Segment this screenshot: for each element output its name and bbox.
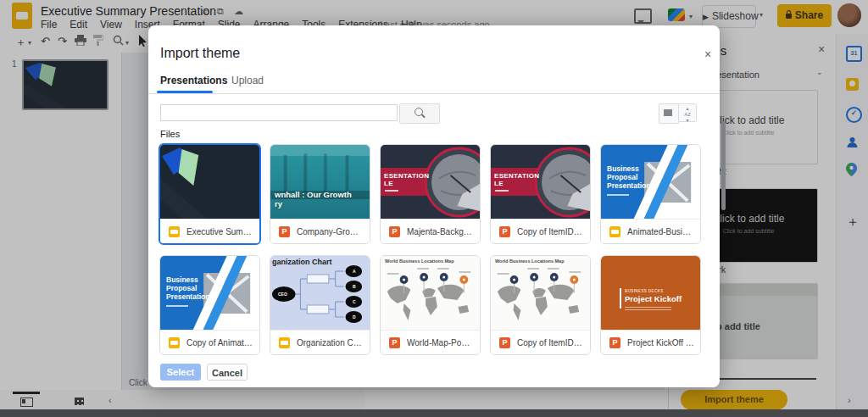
sort-az-icon: ▴AZ▾: [684, 106, 691, 123]
file-name-label: Majenta-Backgrou...: [407, 227, 480, 236]
theme-file-card[interactable]: wnhall : Our Growthry P Company-Growth-.…: [270, 144, 370, 244]
cancel-button[interactable]: Cancel: [207, 364, 248, 381]
file-name-label: Animated-Busines...: [627, 227, 700, 236]
tab-presentations[interactable]: Presentations: [160, 75, 227, 86]
powerpoint-file-icon: P: [499, 337, 510, 348]
theme-file-card[interactable]: ganization Chart CEOAB CD Organization C…: [270, 255, 370, 355]
file-name-label: Copy of ItemID-10...: [517, 227, 590, 236]
file-name-label: Project KickOff Pr...: [627, 338, 700, 348]
file-name-label: Copy of ItemID-12...: [517, 338, 590, 348]
file-name-label: World-Map-Power...: [407, 338, 480, 348]
import-theme-dialog: Import theme × Presentations Upload ▴AZ▾…: [148, 25, 720, 387]
list-view-toggle-button[interactable]: [659, 103, 679, 124]
powerpoint-file-icon: P: [389, 337, 400, 348]
slides-file-icon: [169, 337, 180, 348]
file-thumbnail: World Business Locations Map: [491, 256, 590, 332]
files-section-label: Files: [160, 129, 180, 139]
theme-file-card[interactable]: BusinessProposalPresentation Copy of Ani…: [159, 255, 260, 355]
file-name-label: Company-Growth-...: [297, 227, 370, 236]
sort-az-button[interactable]: ▴AZ▾: [678, 103, 697, 122]
dialog-close-icon[interactable]: ×: [704, 47, 711, 61]
slides-file-icon: [169, 226, 180, 237]
slides-file-icon: [609, 226, 620, 237]
theme-file-card[interactable]: ESENTATIONLE P Copy of ItemID-10...: [490, 144, 591, 244]
theme-file-card[interactable]: ESENTATIONLE P Majenta-Backgrou...: [380, 144, 481, 244]
theme-file-card[interactable]: BusinessProposalPresentation Animated-Bu…: [600, 144, 701, 244]
slides-file-icon: [279, 337, 290, 348]
select-button[interactable]: Select: [160, 364, 201, 381]
google-slides-app: Executive Summary Presentation ☆ ⧉ ☁ Fil…: [0, 0, 868, 417]
powerpoint-file-icon: P: [279, 226, 290, 237]
theme-file-card[interactable]: BUSINESS DECKS Project Kickoff P Project…: [600, 255, 701, 355]
tabs-divider: [148, 93, 720, 94]
powerpoint-file-icon: P: [499, 226, 510, 237]
file-grid: Executive Summa... wnhall : Our Growthry…: [159, 144, 701, 355]
powerpoint-file-icon: P: [389, 226, 400, 237]
file-thumbnail: wnhall : Our Growthry: [270, 145, 370, 221]
file-name-label: Executive Summa...: [186, 227, 259, 236]
file-thumbnail: World Business Locations Map: [381, 256, 480, 332]
file-thumbnail: ESENTATIONLE: [491, 145, 590, 221]
search-icon: [415, 108, 423, 116]
dialog-title: Import theme: [160, 46, 240, 61]
search-input[interactable]: [160, 104, 398, 121]
file-thumbnail: ESENTATIONLE: [381, 145, 480, 221]
tab-upload[interactable]: Upload: [231, 75, 264, 86]
file-thumbnail: ganization Chart CEOAB CD: [270, 256, 370, 332]
file-thumbnail: BusinessProposalPresentation: [601, 145, 700, 221]
file-thumbnail: [160, 145, 259, 221]
theme-file-card[interactable]: Executive Summa...: [159, 143, 261, 245]
powerpoint-file-icon: P: [609, 337, 620, 348]
file-name-label: Copy of Animated-...: [186, 338, 259, 348]
file-name-label: Organization Char...: [297, 338, 370, 348]
theme-file-card[interactable]: World Business Locations Map P Copy of I…: [490, 255, 591, 355]
file-thumbnail: BUSINESS DECKS Project Kickoff: [601, 256, 700, 332]
theme-file-card[interactable]: World Business Locations Map P World-Map…: [380, 255, 481, 355]
search-button[interactable]: [399, 103, 440, 124]
file-thumbnail: BusinessProposalPresentation: [160, 256, 259, 332]
